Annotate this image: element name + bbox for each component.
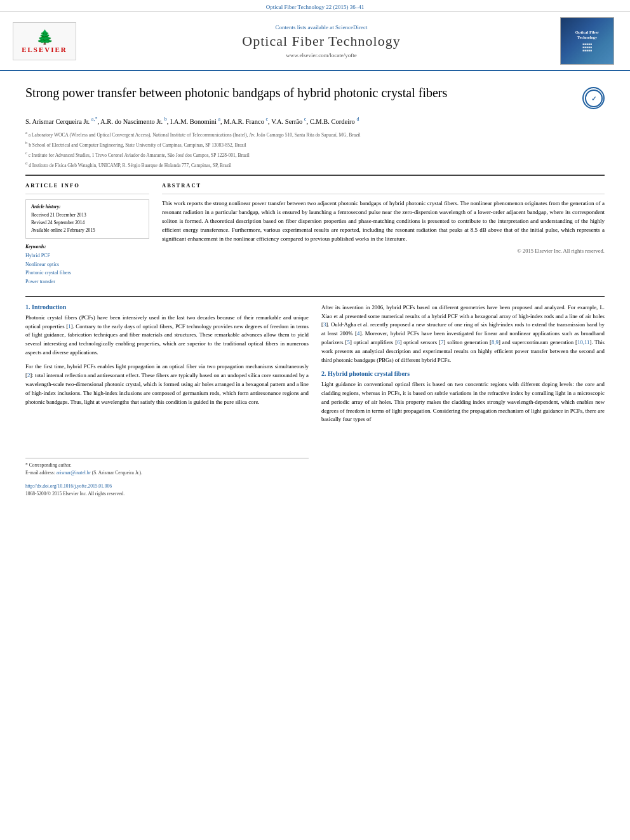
article-title-section: Strong power transfer between photonic b…: [25, 81, 605, 109]
available-date: Available online 2 February 2015: [31, 227, 144, 234]
svg-text:✓: ✓: [591, 95, 596, 102]
body-columns: 1. Introduction Photonic crystal fibers …: [25, 303, 605, 498]
keyword-4: Power transfer: [25, 277, 149, 286]
abstract-text: This work reports the strong nonlinear p…: [162, 199, 605, 244]
journal-url: www.elsevier.com/locate/yofte: [89, 52, 554, 58]
section1-para2: For the first time, hybrid PCFs enables …: [25, 363, 309, 406]
keywords-block: Keywords: Hybrid PCF Nonlinear optics Ph…: [25, 244, 149, 286]
abstract-label: ABSTRACT: [162, 182, 605, 189]
elsevier-logo-area: 🌲 ELSEVIER: [13, 22, 83, 60]
received-date: Received 21 December 2013: [31, 211, 144, 219]
keyword-2: Nonlinear optics: [25, 260, 149, 269]
elsevier-logo: 🌲 ELSEVIER: [13, 22, 76, 60]
history-title: Article history:: [31, 204, 144, 210]
abstract-divider: [162, 194, 605, 194]
elsevier-tree-icon: 🌲: [36, 29, 53, 46]
article-history-block: Article history: Received 21 December 20…: [25, 199, 149, 239]
section2-heading: 2. Hybrid photonic crystal fibers: [321, 370, 605, 377]
copyright-line: © 2015 Elsevier Inc. All rights reserved…: [162, 248, 605, 254]
authors-line: S. Arismar Cerqueira Jr. a,*, A.R. do Na…: [25, 116, 605, 126]
sciencedirect-link[interactable]: ScienceDirect: [335, 24, 367, 30]
doi-link[interactable]: http://dx.doi.org/10.1016/j.yofte.2015.0…: [25, 483, 112, 489]
cover-title: Optical FiberTechnology: [575, 30, 599, 41]
article-info-label: ARTICLE INFO: [25, 182, 149, 189]
cover-image-area: Optical FiberTechnology ■■■■■■■■■■■■■■■: [560, 17, 617, 65]
journal-title: Optical Fiber Technology: [89, 33, 554, 50]
section1-heading: 1. Introduction: [25, 303, 309, 310]
journal-citation: Optical Fiber Technology 22 (2015) 36–41: [266, 4, 364, 10]
body-divider: [25, 296, 605, 297]
doi-line: http://dx.doi.org/10.1016/j.yofte.2015.0…: [25, 483, 309, 489]
ref-4[interactable]: 4: [357, 330, 359, 337]
body-left-col: 1. Introduction Photonic crystal fibers …: [25, 303, 309, 498]
journal-title-area: Contents lists available at ScienceDirec…: [89, 24, 554, 58]
cover-subtitle: ■■■■■■■■■■■■■■■: [582, 43, 592, 52]
footnote-area: * Corresponding author. E-mail address: …: [25, 458, 309, 497]
info-abstract-row: ARTICLE INFO Article history: Received 2…: [25, 182, 605, 286]
issn-line: 1068-5200/© 2015 Elsevier Inc. All right…: [25, 491, 309, 497]
ref-5[interactable]: 5: [347, 339, 350, 345]
contents-line: Contents lists available at ScienceDirec…: [89, 24, 554, 30]
ref-6[interactable]: 6: [397, 339, 399, 345]
ref-7[interactable]: 7: [441, 339, 443, 345]
section1-para1: Photonic crystal fibers (PCFs) have been…: [25, 314, 309, 357]
ref-3[interactable]: 3: [323, 321, 326, 328]
keywords-title: Keywords:: [25, 244, 149, 250]
elsevier-name: ELSEVIER: [22, 46, 67, 53]
main-divider: [25, 175, 605, 176]
ref-10-11[interactable]: 10,11: [577, 339, 589, 345]
ref-2[interactable]: 2: [27, 372, 30, 378]
ref-8-9[interactable]: 8,9: [492, 339, 499, 345]
article-title: Strong power transfer between photonic b…: [25, 84, 576, 102]
journal-top-bar: Optical Fiber Technology 22 (2015) 36–41: [0, 0, 630, 11]
email-link[interactable]: arismar@inatel.br: [57, 470, 91, 476]
keyword-1: Hybrid PCF: [25, 251, 149, 260]
abstract-col: ABSTRACT This work reports the strong no…: [162, 182, 605, 286]
keyword-3: Photonic crystal fibers: [25, 269, 149, 277]
main-content: Strong power transfer between photonic b…: [0, 71, 630, 511]
cover-image: Optical FiberTechnology ■■■■■■■■■■■■■■■: [560, 17, 614, 65]
body-right-col: After its invention in 2006, hybrid PCFs…: [321, 303, 605, 498]
ref-1[interactable]: 1: [68, 323, 70, 330]
crossmark-badge: ✓: [582, 87, 605, 109]
section2-para1: Light guidance in conventional optical f…: [321, 380, 605, 424]
section1-right-para1: After its invention in 2006, hybrid PCFs…: [321, 303, 605, 365]
article-info-col: ARTICLE INFO Article history: Received 2…: [25, 182, 149, 286]
journal-header: 🌲 ELSEVIER Contents lists available at S…: [0, 11, 630, 71]
email-line: E-mail address: arismar@inatel.br (S. Ar…: [25, 470, 309, 476]
corresponding-note: * Corresponding author.: [25, 462, 309, 468]
affiliations: a a Laboratory WOCA (Wireless and Optica…: [25, 130, 605, 168]
info-divider: [25, 194, 149, 194]
revised-date: Revised 24 September 2014: [31, 219, 144, 227]
